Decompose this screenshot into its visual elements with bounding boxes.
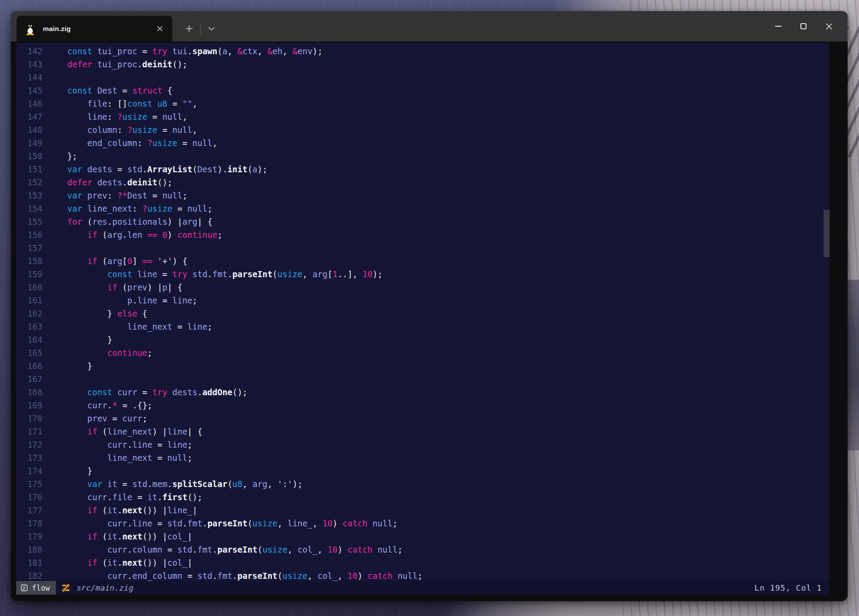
line-text: prev = curr; xyxy=(47,412,147,425)
code-line[interactable]: 143 defer tui_proc.deinit(); xyxy=(16,58,829,71)
line-text: var line_next: ?usize = null; xyxy=(47,202,213,215)
code-line[interactable]: 170 prev = curr; xyxy=(16,412,829,425)
flow-menu-button[interactable]: flow xyxy=(16,581,56,595)
code-line[interactable]: 160 if (prev) |p| { xyxy=(16,281,829,294)
line-text: if (prev) |p| { xyxy=(47,281,182,294)
code-line[interactable]: 173 line_next = null; xyxy=(16,451,829,464)
desktop: { "window": { "tab": { "title": "main.zi… xyxy=(0,0,859,616)
code-line[interactable]: 147 line: ?usize = null, xyxy=(16,110,829,123)
line-number: 144 xyxy=(16,71,42,84)
code-line[interactable]: 164 } xyxy=(16,333,829,346)
code-line[interactable]: 161 p.line = line; xyxy=(16,294,829,307)
minimize-button[interactable] xyxy=(765,11,791,42)
code-line[interactable]: 149 end_column: ?usize = null, xyxy=(16,136,829,150)
code-line[interactable]: 158 if (arg[0] == '+') { xyxy=(16,254,829,268)
line-number: 171 xyxy=(16,425,42,438)
code-line[interactable]: 167 xyxy=(16,372,829,386)
line-number: 148 xyxy=(16,123,42,136)
line-number: 165 xyxy=(16,346,42,359)
line-number: 179 xyxy=(16,530,42,543)
line-number: 173 xyxy=(16,451,42,464)
code-line[interactable]: 182 curr.end_column = std.fmt.parseInt(u… xyxy=(16,569,829,581)
line-number: 154 xyxy=(16,202,42,215)
line-number: 178 xyxy=(16,517,42,530)
code-line[interactable]: 145 const Dest = struct { xyxy=(16,84,829,97)
code-line[interactable]: 177 if (it.next()) |line_| xyxy=(16,504,829,517)
line-number: 159 xyxy=(16,268,42,281)
code-line[interactable]: 154 var line_next: ?usize = null; xyxy=(16,202,829,215)
code-line[interactable]: 166 } xyxy=(16,359,829,372)
code-line[interactable]: 153 var prev: ?*Dest = null; xyxy=(16,189,829,202)
code-line[interactable]: 176 curr.file = it.first(); xyxy=(16,491,829,504)
code-line[interactable]: 146 file: []const u8 = "", xyxy=(16,97,829,110)
code-line[interactable]: 156 if (arg.len == 0) continue; xyxy=(16,228,829,241)
line-number: 151 xyxy=(16,163,42,176)
line-number: 175 xyxy=(16,477,42,491)
line-text: curr.end_column = std.fmt.parseInt(usize… xyxy=(47,569,423,581)
maximize-button[interactable] xyxy=(791,11,816,42)
code-line[interactable]: 180 curr.column = std.fmt.parseInt(usize… xyxy=(16,543,829,556)
code-line[interactable]: 179 if (it.next()) |col_| xyxy=(16,530,829,543)
line-number: 143 xyxy=(16,58,42,71)
code-line[interactable]: 178 curr.line = std.fmt.parseInt(usize, … xyxy=(16,517,829,530)
code-line[interactable]: 175 var it = std.mem.splitScalar(u8, arg… xyxy=(16,477,829,491)
code-line[interactable]: 163 line_next = line; xyxy=(16,320,829,333)
line-number: 164 xyxy=(16,333,42,346)
line-number: 158 xyxy=(16,254,42,268)
code-line[interactable]: 172 curr.line = line; xyxy=(16,438,829,451)
code-line[interactable]: 174 } xyxy=(16,464,829,477)
code-line[interactable]: 157 xyxy=(16,241,829,254)
line-text: curr.* = .{}; xyxy=(47,399,152,412)
line-number: 172 xyxy=(16,438,42,451)
code-line[interactable]: 169 curr.* = .{}; xyxy=(16,399,829,412)
line-text: var dests = std.ArrayList(Dest).init(a); xyxy=(47,163,267,176)
line-text: end_column: ?usize = null, xyxy=(47,136,217,150)
code-line[interactable]: 142 const tui_proc = try tui.spawn(a, &c… xyxy=(16,45,829,58)
code-line[interactable]: 144 xyxy=(16,71,829,84)
line-number: 167 xyxy=(16,372,42,386)
code-line[interactable]: 150 }; xyxy=(16,150,829,163)
line-text: line_next = line; xyxy=(47,320,213,333)
new-tab-button[interactable] xyxy=(178,16,200,42)
line-number: 163 xyxy=(16,320,42,333)
code-line[interactable]: 148 column: ?usize = null, xyxy=(16,123,829,136)
linux-tux-icon xyxy=(24,22,36,35)
code-line[interactable]: 159 const line = try std.fmt.parseInt(us… xyxy=(16,268,829,281)
window-controls xyxy=(765,11,848,42)
line-number: 142 xyxy=(16,45,42,58)
code-editor[interactable]: 142 const tui_proc = try tui.spawn(a, &c… xyxy=(16,43,829,581)
tab-close-icon[interactable] xyxy=(153,22,166,35)
code-line[interactable]: 155 for (res.positionals) |arg| { xyxy=(16,215,829,228)
titlebar[interactable]: main.zig xyxy=(11,11,848,42)
code-line[interactable]: 162 } else { xyxy=(16,307,829,320)
line-text: if (it.next()) |line_| xyxy=(47,504,197,517)
line-text: defer dests.deinit(); xyxy=(47,176,172,189)
line-number: 149 xyxy=(16,136,42,150)
line-text: line_next = null; xyxy=(47,451,192,464)
minimize-icon xyxy=(775,26,782,27)
code-line[interactable]: 181 if (it.next()) |col_| xyxy=(16,556,829,569)
line-number: 177 xyxy=(16,504,42,517)
cursor-position[interactable]: Ln 195, Col 1 xyxy=(754,583,822,592)
zig-language-icon xyxy=(62,584,70,592)
line-number: 161 xyxy=(16,294,42,307)
code-line[interactable]: 165 continue; xyxy=(16,346,829,359)
maximize-icon xyxy=(800,23,807,29)
line-text: const tui_proc = try tui.spawn(a, &ctx, … xyxy=(47,45,322,58)
code-line[interactable]: 168 const curr = try dests.addOne(); xyxy=(16,386,829,399)
code-line[interactable]: 151 var dests = std.ArrayList(Dest).init… xyxy=(16,163,829,176)
line-text: defer tui_proc.deinit(); xyxy=(47,58,187,71)
scrollbar-thumb[interactable] xyxy=(824,210,830,257)
line-number: 160 xyxy=(16,281,42,294)
file-path: src/main.zig xyxy=(77,583,133,592)
line-number: 170 xyxy=(16,412,42,425)
line-number: 153 xyxy=(16,189,42,202)
code-line[interactable]: 152 defer dests.deinit(); xyxy=(16,176,829,189)
close-button[interactable] xyxy=(816,11,842,42)
line-text: if (line_next) |line| { xyxy=(47,425,203,438)
line-text: if (arg.len == 0) continue; xyxy=(47,228,222,241)
code-line[interactable]: 171 if (line_next) |line| { xyxy=(16,425,829,438)
tab-main-zig[interactable]: main.zig xyxy=(17,16,172,42)
tab-dropdown-button[interactable] xyxy=(201,16,222,42)
line-number: 182 xyxy=(16,569,42,581)
